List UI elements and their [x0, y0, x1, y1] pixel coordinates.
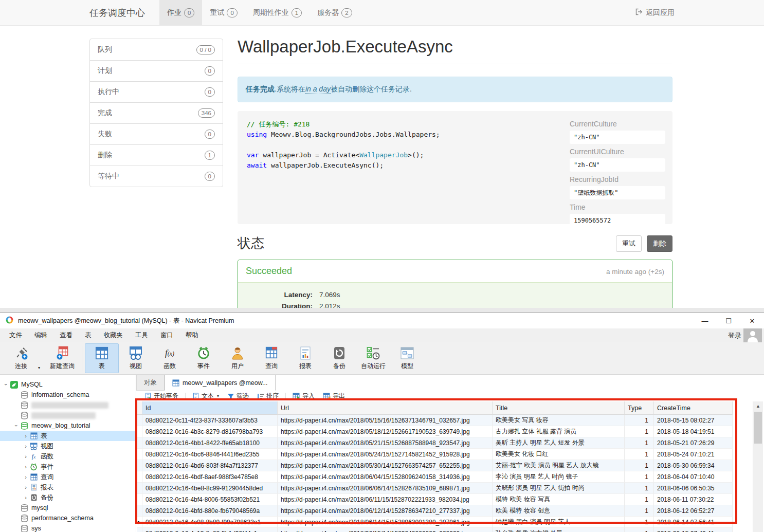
scrollbar-thumb[interactable] [754, 412, 762, 444]
column-header-title[interactable]: Title [493, 401, 625, 415]
cell-type[interactable]: 1 [625, 415, 654, 426]
tree-expand-arrow[interactable]: › [23, 474, 29, 480]
tree-expand-arrow[interactable]: › [3, 381, 9, 388]
cell-id[interactable]: 08d80212-0c16-4bfd-880e-fb679048569a [142, 505, 278, 517]
tree-item-函数[interactable]: ›fx函数 [0, 451, 136, 462]
sidebar-item-2[interactable]: 执行中0 [90, 81, 223, 102]
cell-id[interactable]: 08d80212-0c16-4bc6-8846-f441f6ed2355 [142, 449, 278, 460]
grid-row-10-partial[interactable]: 08d80212-0c16-4c13-8a62-5b1d90f44c1ehttp… [137, 528, 733, 532]
column-header-id[interactable]: Id [142, 401, 278, 415]
tree-item-blurred-3[interactable] [0, 410, 136, 420]
tree-item-表[interactable]: ›表 [0, 431, 136, 441]
cell-time[interactable]: 2018-06-06 06:50:35 [654, 483, 733, 494]
menu-0[interactable]: 文件 [3, 331, 28, 340]
sidebar-item-1[interactable]: 计划0 [90, 60, 223, 81]
login-link[interactable]: 登录 [728, 331, 741, 340]
tree-expand-arrow[interactable]: › [23, 453, 29, 460]
cell-time[interactable]: 2018-05-15 08:02:27 [654, 415, 733, 426]
column-header-url[interactable]: Url [278, 401, 493, 415]
column-header-createtime[interactable]: CreateTime [654, 401, 733, 415]
cell-time[interactable]: 2018-06-04 07:10:40 [654, 471, 733, 483]
tree-item-meowv_blog_tutorial[interactable]: ›meowv_blog_tutorial [0, 420, 136, 431]
cell-id[interactable]: 08d80212-0c11-4f23-837f-333607af3b53 [142, 415, 278, 426]
tree-item-事件[interactable]: ›事件 [0, 462, 136, 472]
nav-item-3[interactable]: 服务器2 [310, 0, 359, 25]
cell-title[interactable]: 古力娜扎 立体 礼服 露背 演员 [493, 426, 625, 437]
tree-item-视图[interactable]: ›视图 [0, 441, 136, 451]
toolbar-report-lg-button[interactable]: 报表 [288, 343, 322, 373]
cell-type[interactable]: 1 [625, 483, 654, 494]
tree-item-information_schema[interactable]: information_schema [0, 390, 136, 400]
tree-expand-arrow[interactable]: › [23, 443, 29, 449]
cell-id[interactable]: 08d80212-0c16-4bf4-8006-55853f02b521 [142, 494, 278, 505]
cell-time[interactable]: 2018-06-11 07:30:22 [654, 494, 733, 505]
cell-type[interactable]: 1 [625, 505, 654, 517]
tree-item-mysql[interactable]: mysql [0, 503, 136, 513]
nav-item-1[interactable]: 重试0 [202, 0, 245, 25]
connect-dropdown-caret[interactable]: ▾ [38, 365, 45, 370]
menu-1[interactable]: 编辑 [28, 331, 53, 340]
column-header-type[interactable]: Type [625, 401, 654, 415]
sidebar-item-6[interactable]: 等待中0 [90, 166, 223, 187]
maximize-button[interactable]: ☐ [717, 313, 740, 328]
sidebar-item-4[interactable]: 失败0 [90, 123, 223, 144]
user-avatar[interactable] [743, 328, 762, 342]
cell-title[interactable]: 李沁 演员 明星 艺人 时尚 镜子 [493, 471, 625, 483]
cell-url[interactable]: https://d-paper.i4.cn/max/2018/06/15/14/… [278, 528, 493, 532]
toolbar-query-lg-button[interactable]: 查询 [254, 343, 288, 373]
tab-1[interactable]: meowv_wallpapers @meow... [165, 375, 276, 391]
grid-toolbar-filter-button[interactable]: 筛选 [224, 392, 252, 400]
cell-id[interactable]: 08d80212-0c16-4c13-8a62-5b1d90f44c1e [142, 528, 278, 532]
nav-item-2[interactable]: 周期性作业1 [245, 0, 310, 25]
cell-type[interactable]: 1 [625, 494, 654, 505]
delete-button[interactable]: 删除 [647, 235, 672, 252]
cell-time[interactable]: 2018-06-14 07:56:41 [654, 517, 733, 528]
toolbar-backup-lg-button[interactable]: 备份 [322, 343, 356, 373]
grid-row-8[interactable]: 08d80212-0c16-4bfd-880e-fb679048569ahttp… [137, 505, 733, 517]
cell-type[interactable]: 1 [625, 528, 654, 532]
grid-toolbar-export-button[interactable]: 导出 [320, 392, 348, 400]
toolbar-autorun-lg-button[interactable]: 自动运行 [356, 343, 390, 373]
back-to-app-link[interactable]: 返回应用 [634, 0, 675, 25]
cell-title[interactable]: 吴昕 主持人 明星 艺人 短发 外景 [493, 437, 625, 449]
grid-row-2[interactable]: 08d80212-0c16-4bb1-8422-ffe65ab18100http… [137, 437, 733, 449]
sidebar-item-0[interactable]: 队列0 / 0 [90, 39, 223, 60]
tree-expand-arrow[interactable]: › [23, 433, 29, 439]
tree-expand-arrow[interactable]: › [13, 423, 20, 429]
toolbar-model-lg-button[interactable]: 模型 [390, 343, 424, 373]
menu-4[interactable]: 收藏夹 [98, 331, 130, 340]
toolbar-plug-button[interactable]: 连接 [4, 343, 38, 373]
cell-url[interactable]: https://d-paper.i4.cn/max/2018/06/14/15/… [278, 517, 493, 528]
menu-7[interactable]: 帮助 [179, 331, 205, 340]
cell-url[interactable]: https://d-paper.i4.cn/max/2018/06/06/14/… [278, 483, 493, 494]
cell-time[interactable]: 2018-05-21 07:26:29 [654, 437, 733, 449]
cell-type[interactable]: 1 [625, 471, 654, 483]
cell-id[interactable]: 08d80212-0c16-4be8-8c99-912904458ded [142, 483, 278, 494]
cell-type[interactable]: 1 [625, 460, 654, 471]
menu-3[interactable]: 表 [79, 331, 98, 340]
tree-item-查询[interactable]: ›查询 [0, 472, 136, 482]
cell-title[interactable]: 钟楚曦 黑白 演员 明星 艺人 [493, 517, 625, 528]
cell-url[interactable]: https://d-paper.i4.cn/max/2018/05/15/16/… [278, 415, 493, 426]
grid-row-4[interactable]: 08d80212-0c16-4bd6-803f-8f4a7f132377http… [137, 460, 733, 471]
tree-item-备份[interactable]: ›备份 [0, 492, 136, 503]
cell-url[interactable]: https://d-paper.i4.cn/max/2018/06/12/14/… [278, 505, 493, 517]
cell-time[interactable]: 2018-06-12 06:52:27 [654, 505, 733, 517]
grid-toolbar-text-button[interactable]: 文本▾ [189, 392, 222, 400]
cell-id[interactable]: 08d80212-0c16-4b3c-8279-d816798ba793 [142, 426, 278, 437]
cell-title[interactable]: 孙允珠 气质 连衣裙 外景 [493, 528, 625, 532]
tree-item-MySQL[interactable]: ›MySQL [0, 379, 136, 390]
grid-row-5[interactable]: 08d80212-0c16-4bdf-8aef-988f3e4785e8http… [137, 471, 733, 483]
cell-title[interactable]: 艾丽·范宁 欧美 演员 明星 艺人 放大镜 [493, 460, 625, 471]
vertical-scrollbar[interactable]: ▲ [753, 401, 763, 532]
hangfire-brand[interactable]: 任务调度中心 [89, 0, 159, 25]
grid-row-1[interactable]: 08d80212-0c16-4b3c-8279-d816798ba793http… [137, 426, 733, 437]
cell-url[interactable]: https://d-paper.i4.cn/max/2018/06/11/15/… [278, 494, 493, 505]
cell-id[interactable]: 08d80212-0c16-4bb1-8422-ffe65ab18100 [142, 437, 278, 449]
cell-type[interactable]: 1 [625, 437, 654, 449]
cell-type[interactable]: 1 [625, 426, 654, 437]
cell-type[interactable]: 1 [625, 449, 654, 460]
nav-item-0[interactable]: 作业0 [159, 0, 202, 25]
tree-expand-arrow[interactable]: › [23, 484, 29, 490]
cell-title[interactable]: 欧美美女 化妆 口红 [493, 449, 625, 460]
